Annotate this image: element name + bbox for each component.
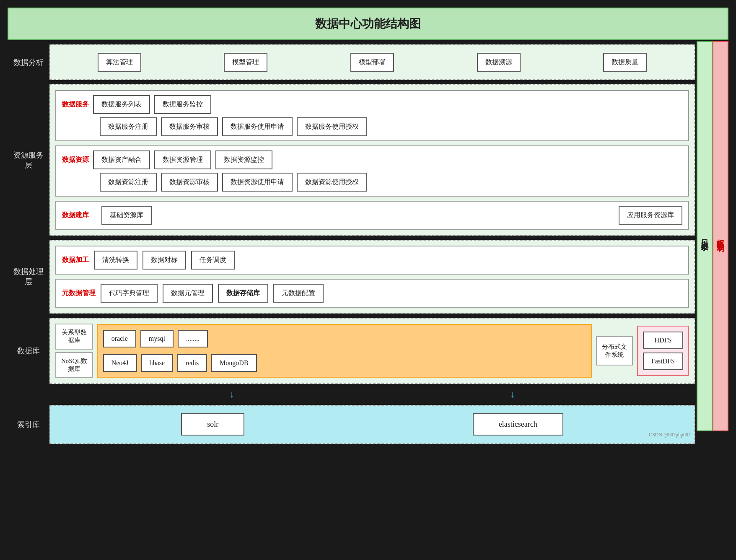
dr-item-1: 数据资源管理 [154,150,211,169]
meta-manage-label: 元数据管理 [62,289,96,298]
database-layer: 数据库 关系型数据库 NoSQL数据库 oracle mysql [8,318,695,384]
content-area: 数据分析 算法管理 模型管理 模型部署 数据溯源 数据质量 资源服务层 [8,44,695,444]
db-neo4j: Neo4J [103,354,137,372]
dr-item-2: 数据资源监控 [215,150,272,169]
arrow-down-2: ↓ [511,389,515,400]
db-content: 关系型数据库 NoSQL数据库 oracle mysql ........ [49,318,695,384]
proc-item-2: 任务调度 [191,251,235,270]
process-content: 数据加工 清洗转换 数据对标 任务调度 元数据管理 代码字典管理 数据元管理 数… [49,240,695,314]
index-elasticsearch: elasticsearch [473,413,563,436]
db-build-item-1: 应用服务资源库 [619,206,682,225]
process-panel-1: 数据加工 清洗转换 数据对标 任务调度 [55,246,689,275]
data-service-label: 数据服务 [62,100,89,109]
resource-content: 数据服务 数据服务列表 数据服务监控 数据服务注册 数据服务审核 数据服务使用申… [49,84,695,236]
analysis-item-4: 数据质量 [603,53,647,72]
main-container: 数据中心功能结构图 数据分析 算法管理 模型管理 模型部署 数据溯源 数据质量 [8,8,728,444]
data-resource-panel: 数据资源 数据资产融合 数据资源管理 数据资源监控 数据资源注册 数据资源审核 … [55,145,689,197]
data-resource-row2: 数据资源注册 数据资源审核 数据资源使用申请 数据资源使用授权 [62,173,682,192]
db-right-panel: HDFS FastDFS [637,326,689,376]
proc-item-0: 清洗转换 [94,251,137,270]
data-service-header-row: 数据服务 数据服务列表 数据服务监控 [62,95,682,114]
dr-item-4: 数据资源审核 [161,173,218,192]
right-labels: 日志记录 权限控制 [697,41,728,431]
ds-item-4: 数据服务使用申请 [222,117,293,136]
data-build-label: 数据建库 [62,211,89,220]
db-left-types: 关系型数据库 NoSQL数据库 [55,324,93,378]
watermark: CSDN @007php007 [649,432,691,438]
diagram-wrapper: 数据中心功能结构图 数据分析 算法管理 模型管理 模型部署 数据溯源 数据质量 [0,0,736,560]
db-mongodb: MongoDB [211,354,257,372]
nosql-db-label: NoSQL数据库 [55,352,93,378]
distributed-label: 分布式文件系统 [596,336,633,366]
main-title: 数据中心功能结构图 [315,17,421,30]
analysis-label: 数据分析 [8,44,49,80]
dr-item-5: 数据资源使用申请 [222,173,293,192]
ds-item-5: 数据服务使用授权 [297,117,367,136]
resource-layer: 资源服务层 数据服务 数据服务列表 数据服务监控 数据服务注册 [8,84,695,236]
process-layer: 数据处理层 数据加工 清洗转换 数据对标 任务调度 元数据管理 代码字典管理 [8,240,695,314]
arrow-row: ↓ ↓ [49,388,695,401]
ds-item-0: 数据服务列表 [93,95,150,114]
resource-label: 资源服务层 [8,84,49,236]
data-resource-header-row: 数据资源 数据资产融合 数据资源管理 数据资源监控 [62,150,682,169]
index-layer: 索引库 solr elasticsearch [8,405,695,444]
proc-item-1: 数据对标 [143,251,186,270]
dr-item-6: 数据资源使用授权 [297,173,367,192]
analysis-content: 算法管理 模型管理 模型部署 数据溯源 数据质量 [49,44,695,80]
meta-item-3: 元数据配置 [273,284,324,303]
data-service-panel: 数据服务 数据服务列表 数据服务监控 数据服务注册 数据服务审核 数据服务使用申… [55,90,689,141]
ds-item-3: 数据服务审核 [161,117,218,136]
analysis-item-1: 模型管理 [224,53,267,72]
index-label: 索引库 [8,405,49,444]
index-solr: solr [181,413,244,436]
db-orange-row2: Neo4J hbase redis MongoDB [103,354,586,372]
process-panel-2: 元数据管理 代码字典管理 数据元管理 数据存储库 元数据配置 [55,279,689,308]
data-service-row2: 数据服务注册 数据服务审核 数据服务使用申请 数据服务使用授权 [62,117,682,136]
analysis-item-0: 算法管理 [98,53,141,72]
analysis-item-3: 数据溯源 [477,53,521,72]
relational-db-label: 关系型数据库 [55,324,93,350]
log-label: 日志记录 [697,41,713,431]
data-build-panel: 数据建库 基础资源库 应用服务资源库 [55,201,689,230]
ds-item-1: 数据服务监控 [154,95,211,114]
db-redis: redis [177,354,207,372]
meta-item-2: 数据存储库 [218,284,268,303]
analysis-item-2: 模型部署 [350,53,394,72]
db-mysql: mysql [140,330,174,347]
db-dots: ........ [178,330,208,347]
db-hbase: hbase [141,354,173,372]
meta-item-0: 代码字典管理 [101,284,158,303]
analysis-layer: 数据分析 算法管理 模型管理 模型部署 数据溯源 数据质量 [8,44,695,80]
dr-item-0: 数据资产融合 [93,150,150,169]
db-oracle: oracle [103,330,136,347]
db-orange-row1: oracle mysql ........ [103,330,586,347]
dr-item-3: 数据资源注册 [100,173,157,192]
index-content: solr elasticsearch [49,405,695,444]
hdfs-item: HDFS [643,332,683,349]
ds-item-2: 数据服务注册 [100,117,157,136]
title-bar: 数据中心功能结构图 [8,8,728,40]
database-label: 数据库 [8,318,49,384]
data-process-label: 数据加工 [62,256,89,264]
db-build-item-0: 基础资源库 [101,206,152,225]
auth-label: 权限控制 [713,41,728,431]
meta-item-1: 数据元管理 [163,284,213,303]
db-orange-area: oracle mysql ........ Neo4J hbase redis … [97,324,592,378]
data-resource-label: 数据资源 [62,156,89,164]
process-label: 数据处理层 [8,240,49,314]
fastdfs-item: FastDFS [643,353,683,370]
arrow-down-1: ↓ [230,389,234,400]
